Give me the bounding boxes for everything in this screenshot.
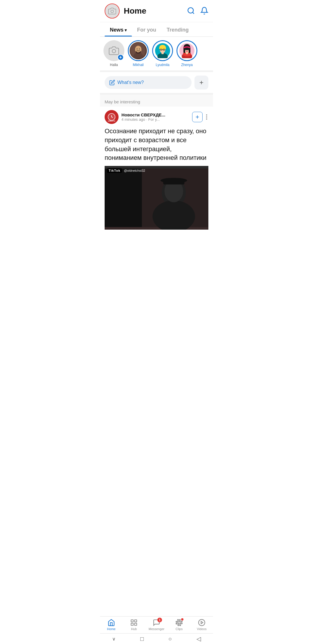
svg-point-0	[111, 10, 113, 13]
post-action-group	[192, 112, 208, 122]
edit-icon	[109, 80, 115, 85]
notifications-button[interactable]	[200, 7, 208, 16]
dot	[206, 116, 207, 118]
dot	[206, 114, 207, 116]
story-label: Zhenya	[181, 63, 193, 67]
post-card: НОВОСТИ Новости СВЕРХДЕ... 4 minutes ago…	[100, 107, 213, 230]
story-label: Mikhail	[133, 63, 143, 67]
svg-point-22	[163, 49, 164, 50]
story-item-mikhail[interactable]: Mikhail	[128, 40, 149, 67]
story-label: Lyudmila	[156, 63, 170, 67]
story-avatar-lyudmila	[152, 40, 173, 61]
stories-list: + Halla	[100, 37, 213, 72]
search-button[interactable]	[187, 7, 195, 16]
post-meta: 4 minutes ago · For y...	[121, 117, 189, 122]
svg-point-21	[161, 49, 161, 50]
story-label: Halla	[110, 63, 118, 67]
new-post-placeholder: What's new?	[117, 80, 144, 85]
camera-icon	[108, 7, 116, 15]
tab-for-you[interactable]: For you	[132, 22, 161, 36]
post-channel-info: Новости СВЕРХДЕ... 4 minutes ago · For y…	[121, 112, 189, 122]
search-icon	[187, 7, 195, 15]
page-title: Home	[124, 6, 187, 16]
story-avatar-zhenya	[176, 40, 197, 61]
tab-news[interactable]: News ▾	[105, 22, 132, 36]
bell-icon	[200, 7, 208, 15]
subscribe-button[interactable]	[192, 112, 203, 122]
svg-point-1	[188, 8, 194, 13]
svg-point-50	[161, 178, 187, 183]
section-label: May be interesting	[100, 95, 213, 107]
add-content-button[interactable]: +	[194, 76, 208, 89]
svg-point-33	[188, 49, 189, 50]
video-username: @oldnetchoi32	[124, 169, 145, 172]
new-post-input[interactable]: What's new?	[105, 76, 192, 89]
channel-avatar[interactable]: НОВОСТИ	[105, 110, 119, 124]
tab-bar: News ▾ For you Trending	[100, 22, 213, 37]
video-background: TikTok @oldnetchoi32	[105, 166, 208, 230]
svg-point-34	[186, 51, 188, 52]
post-header: НОВОСТИ Новости СВЕРХДЕ... 4 minutes ago…	[105, 110, 208, 124]
story-item-self[interactable]: + Halla	[103, 40, 124, 67]
channel-avatar-image: НОВОСТИ	[105, 110, 119, 124]
app-header: Home	[100, 0, 213, 22]
more-options-button[interactable]	[205, 113, 208, 121]
zhenya-avatar-image	[179, 43, 194, 58]
mikhail-avatar-image	[131, 43, 146, 58]
story-item-lyudmila[interactable]: Lyudmila	[152, 40, 173, 67]
svg-point-32	[185, 49, 186, 50]
dot	[206, 118, 207, 120]
svg-point-11	[139, 49, 140, 50]
header-icon-group	[187, 7, 208, 16]
svg-point-9	[136, 46, 141, 52]
svg-point-3	[112, 50, 116, 53]
story-avatar-self: +	[103, 40, 124, 61]
new-post-section: What's new? +	[100, 72, 213, 95]
profile-avatar[interactable]	[105, 3, 120, 19]
story-avatar-mikhail	[128, 40, 149, 61]
add-story-button[interactable]: +	[117, 54, 124, 61]
svg-line-2	[192, 12, 194, 14]
tab-trending[interactable]: Trending	[161, 22, 194, 36]
camera-icon	[109, 45, 119, 56]
story-item-zhenya[interactable]: Zhenya	[176, 40, 197, 67]
svg-point-10	[137, 49, 138, 50]
video-embed[interactable]: TikTok @oldnetchoi32	[105, 166, 208, 230]
svg-rect-44	[105, 169, 142, 227]
channel-avatar-inner: НОВОСТИ	[105, 110, 119, 124]
chevron-down-icon: ▾	[125, 28, 127, 32]
svg-text:НОВОСТИ: НОВОСТИ	[108, 120, 115, 122]
post-channel-name: Новости СВЕРХДЕ...	[121, 112, 189, 117]
plus-icon	[195, 114, 200, 120]
video-scene	[105, 166, 208, 230]
lyudmila-avatar-image	[155, 43, 170, 58]
post-text: Осознание приходит не сразу, оно приходи…	[105, 127, 208, 162]
tiktok-logo: TikTok	[107, 168, 122, 173]
video-top-bar: TikTok @oldnetchoi32	[107, 168, 145, 173]
